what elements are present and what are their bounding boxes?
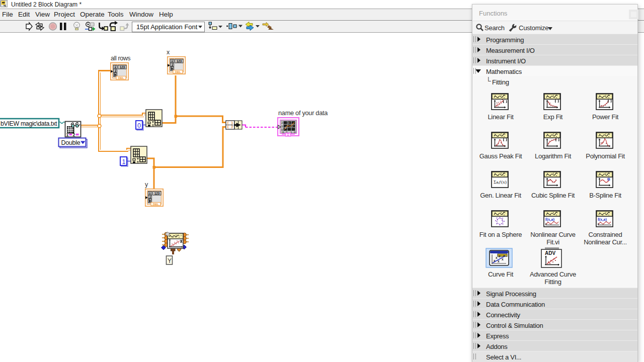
- svg-text:B: B: [607, 177, 610, 182]
- svg-text:x: x: [503, 254, 505, 257]
- svg-text:1: 1: [285, 126, 286, 129]
- svg-text:1.0: 1.0: [290, 131, 296, 134]
- svg-text:123: 123: [119, 65, 125, 69]
- svg-text:Σaᵢƒ(x): Σaᵢƒ(x): [494, 179, 507, 185]
- svg-text:1: 1: [66, 132, 69, 137]
- svg-text:x: x: [502, 257, 504, 261]
- svg-text:ADV: ADV: [545, 250, 555, 256]
- svg-text:f(x,a): f(x,a): [598, 217, 607, 222]
- svg-text:bVIEW magic\data.txt: bVIEW magic\data.txt: [1, 120, 57, 127]
- svg-text:0: 0: [137, 122, 141, 129]
- svg-text:DBL: DBL: [153, 203, 159, 206]
- svg-text:2: 2: [73, 132, 75, 137]
- svg-text:x: x: [496, 256, 498, 259]
- svg-text:Y: Y: [168, 257, 172, 264]
- svg-text:DBL: DBL: [118, 76, 124, 79]
- svg-text:2: 2: [281, 121, 283, 125]
- svg-text:DBL: DBL: [175, 70, 181, 73]
- svg-text:name of your data: name of your data: [278, 109, 328, 117]
- svg-text:x: x: [494, 259, 496, 262]
- svg-text:1: 1: [122, 158, 126, 165]
- svg-text:y: y: [145, 181, 148, 188]
- svg-text:all rows: all rows: [111, 55, 130, 62]
- svg-text:x: x: [498, 259, 500, 263]
- svg-text:2: 2: [292, 124, 293, 127]
- svg-text:x: x: [499, 254, 501, 258]
- svg-text:3: 3: [288, 121, 289, 124]
- svg-text:1: 1: [281, 125, 283, 128]
- svg-text:x: x: [167, 49, 170, 56]
- svg-text:Double: Double: [61, 139, 80, 146]
- svg-text:f(x,a): f(x,a): [545, 217, 554, 222]
- svg-text:123: 123: [154, 192, 159, 195]
- svg-text:123: 123: [176, 59, 182, 63]
